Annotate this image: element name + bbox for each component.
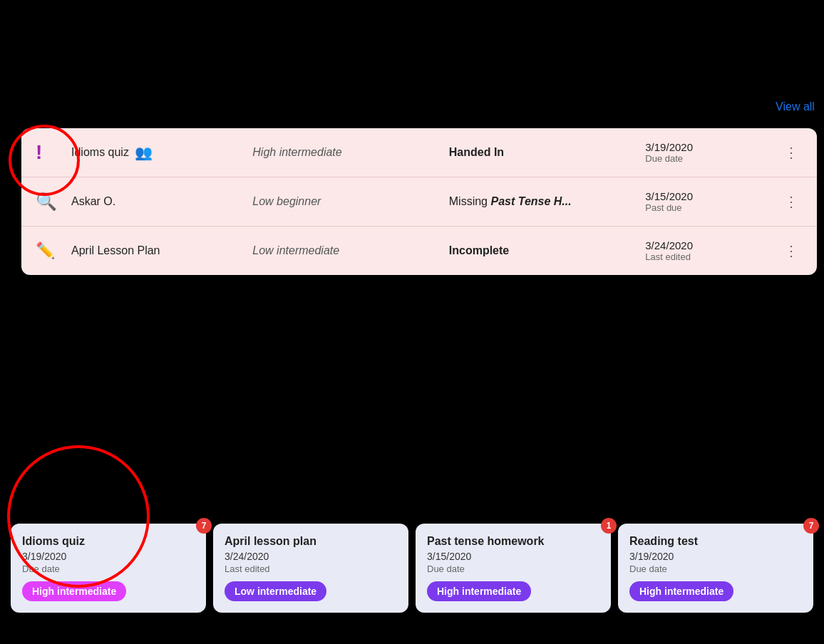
date-value: 3/24/2020 bbox=[645, 239, 781, 251]
cards-container: 7 Idioms quiz 3/19/2020 Due date High in… bbox=[0, 524, 824, 613]
row-date: 3/15/2020 Past due bbox=[645, 190, 781, 213]
card-badge: 7 bbox=[803, 518, 819, 534]
card-badge: 7 bbox=[196, 518, 212, 534]
card-title: Reading test bbox=[629, 535, 802, 548]
row-status-prefix: Missing bbox=[449, 195, 491, 207]
row-icon-pen: ✏️ bbox=[36, 242, 71, 260]
card-date: 3/19/2020 bbox=[629, 551, 802, 562]
row-name: Idioms quiz 👥 bbox=[71, 144, 252, 161]
card-tag-button[interactable]: Low intermediate bbox=[225, 581, 326, 601]
row-icon-search: 🔍 bbox=[36, 192, 71, 212]
row-name: April Lesson Plan bbox=[71, 244, 252, 257]
row-menu-button[interactable]: ⋮ bbox=[781, 144, 803, 161]
row-name-text: Idioms quiz bbox=[71, 146, 129, 159]
row-menu-button[interactable]: ⋮ bbox=[781, 193, 803, 210]
row-date: 3/24/2020 Last edited bbox=[645, 239, 781, 262]
row-date: 3/19/2020 Due date bbox=[645, 141, 781, 164]
date-value: 3/15/2020 bbox=[645, 190, 781, 202]
card-date-label: Due date bbox=[22, 564, 195, 574]
card-tag-button[interactable]: High intermediate bbox=[22, 581, 126, 601]
activity-table: ! Idioms quiz 👥 High intermediate Handed… bbox=[21, 128, 817, 275]
card-april-lesson: April lesson plan 3/24/2020 Last edited … bbox=[213, 524, 408, 613]
row-level: High intermediate bbox=[252, 146, 448, 159]
card-title: Past tense homework bbox=[427, 535, 599, 548]
exclamation-icon: ! bbox=[36, 141, 42, 164]
row-name-text: April Lesson Plan bbox=[71, 244, 160, 257]
table-row: ! Idioms quiz 👥 High intermediate Handed… bbox=[21, 128, 817, 177]
row-status-bold: Handed In bbox=[449, 146, 504, 158]
group-icon: 👥 bbox=[135, 144, 153, 161]
card-reading-test: 7 Reading test 3/19/2020 Due date High i… bbox=[618, 524, 813, 613]
date-label: Last edited bbox=[645, 251, 781, 262]
view-all-link[interactable]: View all bbox=[776, 100, 815, 113]
row-name: Askar O. bbox=[71, 195, 252, 208]
row-status-bold: Incomplete bbox=[449, 244, 509, 256]
card-idioms-quiz: 7 Idioms quiz 3/19/2020 Due date High in… bbox=[11, 524, 206, 613]
card-tag-button[interactable]: High intermediate bbox=[427, 581, 531, 601]
card-past-tense: 1 Past tense homework 3/15/2020 Due date… bbox=[416, 524, 611, 613]
card-badge: 1 bbox=[601, 518, 617, 534]
row-status: Incomplete bbox=[449, 244, 645, 257]
date-label: Past due bbox=[645, 202, 781, 213]
row-level: Low beginner bbox=[252, 195, 448, 208]
card-date: 3/24/2020 bbox=[225, 551, 397, 562]
table-row: 🔍 Askar O. Low beginner Missing Past Ten… bbox=[21, 177, 817, 227]
date-value: 3/19/2020 bbox=[645, 141, 781, 153]
card-tag-button[interactable]: High intermediate bbox=[629, 581, 733, 601]
row-menu-button[interactable]: ⋮ bbox=[781, 242, 803, 259]
table-row: ✏️ April Lesson Plan Low intermediate In… bbox=[21, 227, 817, 275]
card-date: 3/15/2020 bbox=[427, 551, 599, 562]
date-label: Due date bbox=[645, 153, 781, 164]
view-all-container: View all bbox=[766, 94, 824, 119]
row-status: Handed In bbox=[449, 146, 645, 159]
row-icon-exclamation: ! bbox=[36, 141, 71, 164]
card-title: Idioms quiz bbox=[22, 535, 195, 548]
row-status: Missing Past Tense H... bbox=[449, 195, 645, 208]
card-date-label: Due date bbox=[427, 564, 599, 574]
card-date: 3/19/2020 bbox=[22, 551, 195, 562]
row-status-italic: Past Tense H... bbox=[490, 195, 571, 207]
card-date-label: Due date bbox=[629, 564, 802, 574]
row-name-text: Askar O. bbox=[71, 195, 115, 208]
row-level: Low intermediate bbox=[252, 244, 448, 257]
pen-icon: ✏️ bbox=[36, 242, 55, 260]
card-date-label: Last edited bbox=[225, 564, 397, 574]
search-icon: 🔍 bbox=[36, 192, 57, 212]
card-title: April lesson plan bbox=[225, 535, 397, 548]
